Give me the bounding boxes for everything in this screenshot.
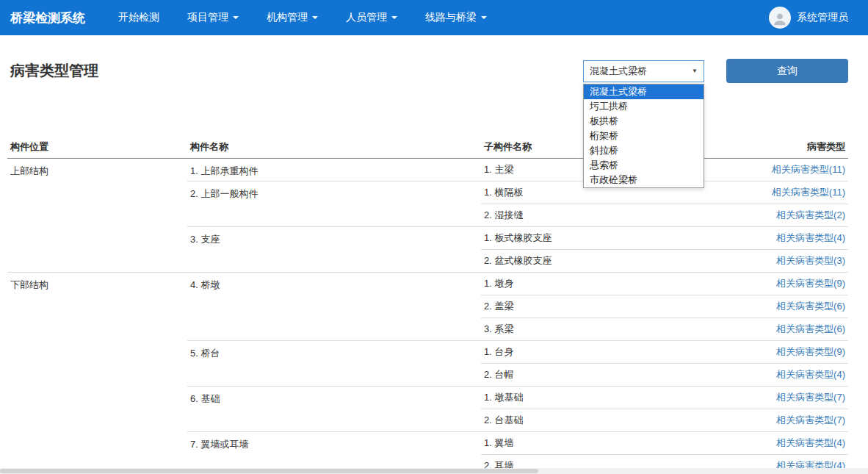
- nav-item-label: 机构管理: [267, 11, 308, 24]
- dropdown-option[interactable]: 板拱桥: [584, 114, 704, 129]
- subcomponent-name-cell: 2. 盖梁: [481, 295, 701, 317]
- nav-item-label: 人员管理: [346, 11, 387, 24]
- subcomponent-name-cell: 2. 湿接缝: [481, 204, 701, 226]
- disease-type-link[interactable]: 相关病害类型(11): [772, 164, 845, 175]
- nav-item-project-management[interactable]: 项目管理: [173, 0, 253, 35]
- disease-type-cell: 相关病害类型(3): [701, 249, 848, 272]
- horizontal-scrollbar[interactable]: [0, 468, 868, 474]
- component-name-cell: 4. 桥墩: [187, 272, 481, 340]
- subcomponent-name-cell: 1. 翼墙: [481, 431, 701, 454]
- nav-items: 开始检测项目管理机构管理人员管理线路与桥梁: [104, 0, 501, 35]
- dropdown-option[interactable]: 桁架桥: [584, 129, 704, 143]
- column-header: 构件名称: [187, 136, 481, 158]
- component-name-cell: 1. 上部承重构件: [187, 158, 481, 181]
- dropdown-option[interactable]: 斜拉桥: [584, 143, 704, 158]
- bridge-type-selected-value: 混凝土式梁桥: [590, 65, 647, 78]
- component-name-cell: 6. 基础: [187, 386, 481, 431]
- subcomponent-name-cell: 1. 墩基础: [481, 386, 701, 409]
- table-header-row: 构件位置构件名称子构件名称病害类型: [7, 136, 848, 158]
- chevron-down-icon: [391, 16, 397, 19]
- disease-type-link[interactable]: 相关病害类型(4): [776, 232, 845, 243]
- nav-item-label: 开始检测: [118, 11, 159, 24]
- dropdown-option[interactable]: 悬索桥: [584, 158, 704, 173]
- disease-type-link[interactable]: 相关病害类型(7): [776, 414, 845, 425]
- disease-type-link[interactable]: 相关病害类型(11): [772, 187, 845, 198]
- disease-type-cell: 相关病害类型(7): [701, 409, 848, 431]
- disease-type-link[interactable]: 相关病害类型(7): [776, 392, 845, 403]
- disease-type-cell: 相关病害类型(7): [701, 386, 848, 409]
- component-location-cell: 下部结构: [7, 272, 187, 474]
- user-menu[interactable]: 系统管理员: [769, 7, 848, 29]
- disease-type-cell: 相关病害类型(4): [701, 363, 848, 386]
- main-content: 病害类型管理 混凝土式梁桥 ▼ 混凝土式梁桥圬工拱桥板拱桥桁架桥斜拉桥悬索桥市政…: [0, 59, 868, 474]
- horizontal-scrollbar-thumb[interactable]: [0, 469, 538, 473]
- disease-type-cell: 相关病害类型(4): [701, 431, 848, 454]
- disease-type-cell: 相关病害类型(9): [701, 340, 848, 363]
- chevron-down-icon: [481, 16, 487, 19]
- table-body: 上部结构1. 上部承重构件1. 主梁相关病害类型(11)2. 上部一般构件1. …: [7, 158, 848, 474]
- query-button[interactable]: 查询: [726, 59, 848, 83]
- nav-item-label: 线路与桥梁: [425, 11, 477, 24]
- dropdown-option[interactable]: 圬工拱桥: [584, 99, 704, 114]
- table-row: 下部结构4. 桥墩1. 墩身相关病害类型(9): [7, 272, 848, 295]
- component-name-cell: 2. 上部一般构件: [187, 181, 481, 226]
- subcomponent-name-cell: 1. 台身: [481, 340, 701, 363]
- page-title: 病害类型管理: [7, 61, 583, 81]
- nav-item-personnel-management[interactable]: 人员管理: [332, 0, 411, 35]
- subcomponent-name-cell: 1. 墩身: [481, 272, 701, 295]
- disease-type-cell: 相关病害类型(2): [701, 204, 848, 226]
- bridge-type-dropdown-list: 混凝土式梁桥圬工拱桥板拱桥桁架桥斜拉桥悬索桥市政砼梁桥: [583, 84, 704, 188]
- user-icon: [772, 11, 788, 27]
- disease-type-cell: 相关病害类型(11): [701, 158, 848, 181]
- chevron-down-icon: [233, 16, 239, 19]
- subcomponent-name-cell: 2. 台帽: [481, 363, 701, 386]
- component-location-cell: 上部结构: [7, 158, 187, 272]
- nav-item-lines-and-bridges[interactable]: 线路与桥梁: [411, 0, 501, 35]
- avatar: [769, 7, 791, 29]
- disease-type-link[interactable]: 相关病害类型(9): [776, 346, 845, 357]
- subcomponent-name-cell: 2. 盆式橡胶支座: [481, 249, 701, 272]
- component-name-cell: 3. 支座: [187, 226, 481, 272]
- disease-type-cell: 相关病害类型(6): [701, 295, 848, 317]
- filter-bar: 病害类型管理 混凝土式梁桥 ▼ 混凝土式梁桥圬工拱桥板拱桥桁架桥斜拉桥悬索桥市政…: [7, 59, 848, 83]
- table-row: 上部结构1. 上部承重构件1. 主梁相关病害类型(11): [7, 158, 848, 181]
- chevron-down-icon: [312, 16, 318, 19]
- disease-type-link[interactable]: 相关病害类型(4): [776, 369, 845, 380]
- nav-item-organization-management[interactable]: 机构管理: [253, 0, 332, 35]
- disease-type-cell: 相关病害类型(9): [701, 272, 848, 295]
- subcomponent-name-cell: 1. 板式橡胶支座: [481, 226, 701, 249]
- disease-type-cell: 相关病害类型(11): [701, 181, 848, 204]
- dropdown-option[interactable]: 市政砼梁桥: [584, 173, 704, 187]
- top-navbar: 桥梁检测系统 开始检测项目管理机构管理人员管理线路与桥梁 系统管理员: [0, 0, 868, 35]
- component-name-cell: 5. 桥台: [187, 340, 481, 386]
- disease-type-link[interactable]: 相关病害类型(3): [776, 255, 845, 266]
- bridge-type-select-wrap: 混凝土式梁桥 ▼ 混凝土式梁桥圬工拱桥板拱桥桁架桥斜拉桥悬索桥市政砼梁桥: [583, 60, 704, 82]
- nav-item-start-inspection[interactable]: 开始检测: [104, 0, 173, 35]
- dropdown-option[interactable]: 混凝土式梁桥: [584, 85, 704, 99]
- disease-type-link[interactable]: 相关病害类型(6): [776, 323, 845, 334]
- subcomponent-name-cell: 3. 系梁: [481, 317, 701, 340]
- disease-type-cell: 相关病害类型(6): [701, 317, 848, 340]
- disease-type-cell: 相关病害类型(4): [701, 226, 848, 249]
- nav-item-label: 项目管理: [187, 11, 228, 24]
- column-header: 病害类型: [701, 136, 848, 158]
- disease-type-link[interactable]: 相关病害类型(9): [776, 278, 845, 289]
- column-header: 构件位置: [7, 136, 187, 158]
- disease-type-table: 构件位置构件名称子构件名称病害类型 上部结构1. 上部承重构件1. 主梁相关病害…: [7, 136, 848, 474]
- disease-type-link[interactable]: 相关病害类型(2): [776, 209, 845, 220]
- dropdown-arrow-icon: ▼: [692, 68, 698, 74]
- app-brand[interactable]: 桥梁检测系统: [10, 10, 85, 26]
- subcomponent-name-cell: 2. 台基础: [481, 409, 701, 431]
- disease-type-link[interactable]: 相关病害类型(6): [776, 301, 845, 312]
- bridge-type-select[interactable]: 混凝土式梁桥 ▼: [583, 60, 704, 82]
- disease-type-link[interactable]: 相关病害类型(4): [776, 437, 845, 448]
- user-name: 系统管理员: [797, 11, 848, 24]
